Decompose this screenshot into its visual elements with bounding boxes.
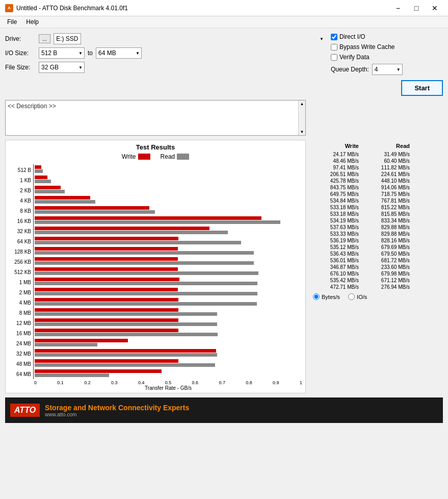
read-value-2: 111.82 MB/s bbox=[364, 165, 410, 170]
footer-tagline: Storage and Network Connectivity Experts bbox=[45, 404, 189, 412]
bytes-per-sec-label: Bytes/s bbox=[322, 294, 340, 300]
io-per-sec-radio[interactable] bbox=[348, 293, 355, 300]
y-label-7: 64 KB bbox=[8, 237, 33, 246]
bar-pair-9 bbox=[35, 256, 303, 266]
y-label-1: 1 KB bbox=[8, 176, 33, 185]
read-bar-17 bbox=[35, 343, 97, 346]
io-per-sec-radio-item: IO/s bbox=[348, 293, 367, 300]
y-label-18: 32 MB bbox=[8, 349, 33, 359]
write-bar-2 bbox=[35, 186, 61, 189]
maximize-button[interactable]: □ bbox=[408, 3, 425, 13]
queue-depth-select[interactable]: 4 bbox=[372, 64, 403, 75]
browse-button[interactable]: ... bbox=[39, 34, 50, 43]
bar-pair-7 bbox=[35, 236, 303, 245]
read-value-19: 671.12 MB/s bbox=[364, 278, 410, 283]
write-value-8: 533.18 MB/s bbox=[313, 205, 359, 210]
read-value-14: 679.69 MB/s bbox=[364, 244, 410, 250]
y-label-16: 16 MB bbox=[8, 329, 33, 338]
verify-data-checkbox[interactable] bbox=[331, 54, 337, 61]
bar-pair-18 bbox=[35, 348, 303, 358]
footer-website: www.atto.com bbox=[45, 412, 189, 417]
legend-read: Read bbox=[161, 153, 190, 160]
file-size-label: File Size: bbox=[5, 64, 36, 71]
io-from-wrapper: 512 B bbox=[39, 47, 85, 59]
legend-read-color bbox=[177, 154, 189, 160]
x-label-4: 0.4 bbox=[138, 380, 145, 385]
result-row-4: 425.78 MB/s448.10 MB/s bbox=[309, 178, 410, 184]
read-bar-18 bbox=[35, 353, 217, 357]
x-label-2: 0.2 bbox=[84, 380, 91, 385]
x-label-8: 0.8 bbox=[246, 380, 252, 385]
bars-area: 512 B1 KB2 KB4 KB8 KB16 KB32 KB64 KB128 … bbox=[8, 164, 303, 379]
read-value-15: 679.50 MB/s bbox=[364, 251, 410, 257]
drive-row: Drive: ... E:) SSD bbox=[5, 33, 326, 44]
bypass-write-cache-checkbox[interactable] bbox=[331, 44, 337, 51]
y-label-17: 24 MB bbox=[8, 339, 33, 348]
bar-pair-11 bbox=[35, 277, 303, 286]
scrollbar[interactable]: ▲ ▼ bbox=[298, 101, 305, 135]
write-col-header: Write bbox=[313, 143, 359, 149]
write-bar-18 bbox=[35, 349, 216, 353]
read-bar-2 bbox=[35, 190, 65, 193]
file-size-select[interactable]: 32 GB bbox=[39, 62, 85, 73]
write-value-2: 97.41 MB/s bbox=[313, 165, 359, 170]
legend-write: Write bbox=[122, 153, 150, 160]
io-from-select[interactable]: 512 B bbox=[39, 47, 85, 59]
write-value-11: 537.63 MB/s bbox=[313, 224, 359, 230]
write-bar-0 bbox=[35, 165, 41, 169]
results-rows: 24.17 MB/s31.49 MB/s48.46 MB/s60.40 MB/s… bbox=[309, 151, 410, 290]
bar-pair-19 bbox=[35, 358, 303, 368]
y-label-2: 2 KB bbox=[8, 186, 33, 195]
bar-pair-15 bbox=[35, 317, 303, 327]
minimize-button[interactable]: − bbox=[390, 3, 406, 13]
io-size-row: I/O Size: 512 B to 64 MB bbox=[5, 47, 326, 59]
results-table: Write Read 24.17 MB/s31.49 MB/s48.46 MB/… bbox=[306, 140, 413, 393]
bar-pair-6 bbox=[35, 226, 303, 235]
direct-io-checkbox[interactable] bbox=[331, 34, 337, 40]
y-label-12: 2 MB bbox=[8, 288, 33, 297]
write-value-7: 534.84 MB/s bbox=[313, 198, 359, 204]
result-row-17: 346.87 MB/s233.60 MB/s bbox=[309, 264, 410, 270]
y-label-3: 4 KB bbox=[8, 196, 33, 206]
bar-pair-8 bbox=[35, 246, 303, 256]
write-value-0: 24.17 MB/s bbox=[313, 152, 359, 157]
atto-logo: ATTO bbox=[10, 404, 40, 417]
io-to-wrapper: 64 MB bbox=[96, 47, 142, 59]
queue-depth-row: Queue Depth: 4 bbox=[331, 64, 443, 75]
results-header: Write Read bbox=[309, 143, 410, 149]
write-bar-19 bbox=[35, 359, 178, 363]
start-button[interactable]: Start bbox=[401, 80, 443, 96]
write-value-9: 533.18 MB/s bbox=[313, 211, 359, 217]
write-value-12: 533.33 MB/s bbox=[313, 231, 359, 237]
bar-pair-13 bbox=[35, 297, 303, 307]
y-label-11: 1 MB bbox=[8, 278, 33, 287]
bypass-write-cache-label: Bypass Write Cache bbox=[339, 43, 395, 51]
bytes-per-sec-radio[interactable] bbox=[313, 293, 320, 300]
write-value-15: 536.43 MB/s bbox=[313, 251, 359, 257]
read-bar-3 bbox=[35, 200, 95, 204]
scroll-down-arrow[interactable]: ▼ bbox=[300, 130, 304, 134]
result-row-5: 843.75 MB/s914.06 MB/s bbox=[309, 184, 410, 191]
description-box: << Description >> ▲ ▼ bbox=[5, 100, 306, 136]
verify-data-row: Verify Data bbox=[331, 54, 443, 61]
atto-tagline: Storage and Network Connectivity Experts… bbox=[45, 404, 189, 417]
close-button[interactable]: ✕ bbox=[427, 3, 443, 13]
write-bar-20 bbox=[35, 369, 162, 373]
result-row-1: 48.46 MB/s60.40 MB/s bbox=[309, 158, 410, 164]
result-row-18: 676.10 MB/s679.98 MB/s bbox=[309, 270, 410, 277]
chart-section: Test Results Write Read bbox=[5, 140, 443, 393]
read-value-5: 914.06 MB/s bbox=[364, 185, 410, 190]
chart-body: 512 B1 KB2 KB4 KB8 KB16 KB32 KB64 KB128 … bbox=[8, 164, 303, 391]
direct-io-row: Direct I/O bbox=[331, 33, 443, 40]
read-bar-20 bbox=[35, 373, 109, 377]
scroll-up-arrow[interactable]: ▲ bbox=[300, 102, 304, 106]
io-to-select[interactable]: 64 MB bbox=[96, 47, 142, 59]
bar-pair-14 bbox=[35, 307, 303, 317]
menu-help[interactable]: Help bbox=[22, 17, 43, 27]
write-bar-8 bbox=[35, 247, 178, 251]
drive-select[interactable]: E:) SSD bbox=[54, 33, 81, 44]
write-value-19: 535.42 MB/s bbox=[313, 278, 359, 283]
result-row-19: 535.42 MB/s671.12 MB/s bbox=[309, 277, 410, 284]
menu-file[interactable]: File bbox=[3, 17, 21, 27]
main-content: Drive: ... E:) SSD I/O Size: 512 B to bbox=[0, 28, 448, 428]
